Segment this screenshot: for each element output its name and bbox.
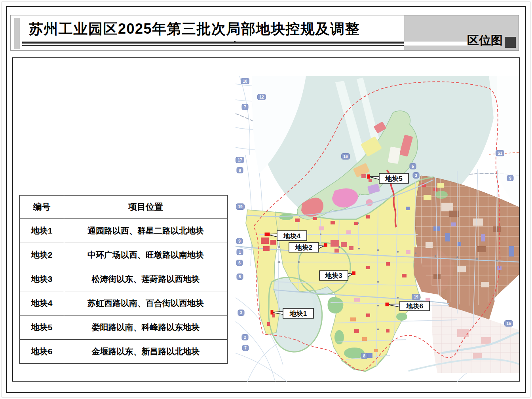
table-row: 地块6金堰路以东、新昌路以北地块 <box>20 340 228 364</box>
road-badge: S1 <box>496 150 504 156</box>
table-row: 地块4苏虹西路以南、百合街以西地块 <box>20 291 228 315</box>
plot-location-cell: 松涛街以东、莲葑路以西地块 <box>64 267 228 291</box>
plot-marker <box>271 310 274 315</box>
title-underline-thick <box>22 42 404 44</box>
corner-white-strip <box>404 42 467 46</box>
table-header-row: 编号 项目位置 <box>20 196 228 219</box>
plot-id-cell: 地块6 <box>20 340 64 364</box>
plot-location-cell: 中环广场以西、旺墩路以南地块 <box>64 243 228 267</box>
table-row: 地块3松涛街以东、莲葑路以西地块 <box>20 267 228 291</box>
svg-text:16: 16 <box>343 154 348 159</box>
location-map-svg: 101271781653S1919916532719815 地块5地块4地块2地… <box>236 76 519 382</box>
svg-text:9: 9 <box>509 176 511 180</box>
plot-location-cell: 苏虹西路以南、百合街以西地块 <box>64 291 228 315</box>
slide-page: { "header": { "title": "苏州工业园区2025年第三批次局… <box>0 0 532 399</box>
road-badge: 19 <box>236 204 245 210</box>
plot-marker <box>324 243 327 247</box>
plot-id-cell: 地块3 <box>20 267 64 291</box>
plot-marker <box>352 272 355 275</box>
road-badge: 12 <box>258 94 266 100</box>
svg-text:1: 1 <box>239 250 241 255</box>
road-badge: 17 <box>236 157 244 163</box>
svg-text:19: 19 <box>238 205 243 209</box>
plot-id-cell: 地块1 <box>20 219 64 243</box>
svg-text:15: 15 <box>506 321 511 326</box>
road-badge: 8 <box>237 167 243 173</box>
callout-label: 地块4 <box>283 232 301 240</box>
svg-text:2: 2 <box>244 335 246 340</box>
callout-label: 地块2 <box>295 244 312 251</box>
svg-text:7: 7 <box>244 346 247 350</box>
road-badge: 15 <box>505 321 513 327</box>
road-badge: 16 <box>342 154 350 160</box>
location-map: 101271781653S1919916532719815 地块5地块4地块2地… <box>236 76 519 382</box>
svg-text:8: 8 <box>363 354 365 358</box>
svg-text:7: 7 <box>244 105 246 109</box>
svg-text:3: 3 <box>240 311 242 315</box>
callout-label: 地块3 <box>325 272 342 279</box>
road-badge: 7 <box>242 104 248 110</box>
road-badge: 5 <box>410 163 416 169</box>
page-title: 苏州工业园区2025年第三批次局部地块控规及调整 <box>29 19 360 39</box>
location-map-label: 区位图 <box>467 32 503 49</box>
stray-dot <box>234 41 236 42</box>
road-badge: 6 <box>236 260 243 266</box>
svg-text:5: 5 <box>412 164 414 169</box>
plot-marker <box>367 175 370 179</box>
callout-label: 地块5 <box>385 175 402 182</box>
road-badge: 3 <box>238 310 244 316</box>
svg-text:6: 6 <box>238 261 241 265</box>
title-underline-thin <box>22 45 404 46</box>
svg-text:5: 5 <box>239 275 241 279</box>
svg-text:17: 17 <box>238 158 242 162</box>
road-badge: 3 <box>413 173 419 179</box>
corner-panel: 区位图 <box>404 15 519 50</box>
plot-id-cell: 地块2 <box>20 243 64 267</box>
svg-text:S1: S1 <box>498 151 503 156</box>
plots-table-body: 地块1通园路以西、群星二路以北地块地块2中环广场以西、旺墩路以南地块地块3松涛街… <box>20 219 228 364</box>
svg-text:19: 19 <box>414 295 418 299</box>
plot-marker <box>386 303 389 306</box>
road-badge: 9 <box>236 238 243 244</box>
road-badge: 1 <box>237 249 243 255</box>
svg-text:9: 9 <box>238 239 241 243</box>
svg-text:10: 10 <box>243 79 247 84</box>
table-row: 地块2中环广场以西、旺墩路以南地块 <box>20 243 228 267</box>
table-row: 地块5娄阳路以南、科峰路以东地块 <box>20 315 228 340</box>
plot-id-cell: 地块4 <box>20 291 64 315</box>
svg-text:12: 12 <box>259 95 264 99</box>
callout-label: 地块1 <box>289 310 307 317</box>
svg-text:8: 8 <box>239 168 241 173</box>
corner-square-icon <box>505 37 516 48</box>
table-row: 地块1通园路以西、群星二路以北地块 <box>20 219 228 243</box>
road-badge: 5 <box>237 274 243 280</box>
land-northeast <box>489 76 519 207</box>
plots-table: 编号 项目位置 地块1通园路以西、群星二路以北地块地块2中环广场以西、旺墩路以南… <box>19 195 228 364</box>
road-badge: 19 <box>412 294 420 300</box>
road-badge: 2 <box>242 334 248 340</box>
content-box: 编号 项目位置 地块1通园路以西、群星二路以北地块地块2中环广场以西、旺墩路以南… <box>12 57 520 382</box>
column-header-id: 编号 <box>20 196 64 219</box>
column-header-location: 项目位置 <box>64 196 228 219</box>
header-bar: 苏州工业园区2025年第三批次局部地块控规及调整 区位图 <box>10 15 519 51</box>
road-badge: 7 <box>242 345 249 351</box>
road-badge: 10 <box>241 78 249 84</box>
plot-location-cell: 金堰路以东、新昌路以北地块 <box>64 340 228 364</box>
road-badge: 9 <box>507 175 513 181</box>
plot-location-cell: 通园路以西、群星二路以北地块 <box>64 219 228 243</box>
header-accent-bar <box>14 18 20 49</box>
plot-id-cell: 地块5 <box>20 315 64 340</box>
road-badge: 8 <box>361 353 367 359</box>
svg-text:3: 3 <box>415 173 417 178</box>
plot-location-cell: 娄阳路以南、科峰路以东地块 <box>64 315 228 340</box>
callout-label: 地块6 <box>406 302 423 310</box>
plot-marker <box>265 233 270 236</box>
